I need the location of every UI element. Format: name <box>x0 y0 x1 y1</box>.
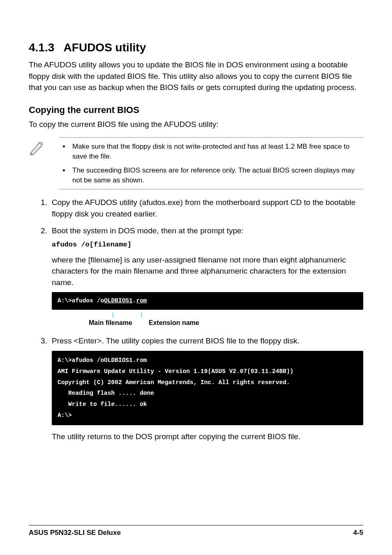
label-extension-name: Extension name <box>149 318 199 327</box>
steps-list: Copy the AFUDOS utility (afudos.exe) fro… <box>29 197 363 442</box>
section-intro: The AFUDOS utility allows you to update … <box>29 59 363 93</box>
term-mainfile: OLDBIOS1 <box>104 297 133 304</box>
note-block: Make sure that the floppy disk is not wr… <box>29 137 363 189</box>
tick-icon <box>113 312 113 317</box>
command-inline: afudos /o[filename] <box>52 240 363 250</box>
sub-heading: Copying the current BIOS <box>29 105 363 115</box>
step-text: Copy the AFUDOS utility (afudos.exe) fro… <box>52 197 363 219</box>
pencil-note-icon <box>29 137 59 157</box>
step-2: Boot the system in DOS mode, then at the… <box>49 225 363 329</box>
step-3: Press <Enter>. The utility copies the cu… <box>49 335 363 442</box>
section-title: AFUDOS utility <box>64 41 146 54</box>
terminal-output: A:\>afudos /oOLDBIOS1.rom <box>52 292 363 310</box>
section-number: 4.1.3 <box>29 41 54 54</box>
section-heading: 4.1.3 AFUDOS utility <box>29 41 363 54</box>
note-item: Make sure that the floppy disk is not wr… <box>70 142 363 161</box>
step-1: Copy the AFUDOS utility (afudos.exe) fro… <box>49 197 363 219</box>
term-ext: rom <box>136 297 147 304</box>
step-text: Press <Enter>. The utility copies the cu… <box>52 335 363 347</box>
step-desc: where the [filename] is any user-assigne… <box>52 254 363 288</box>
tick-icon <box>141 312 142 317</box>
label-main-filename: Main filename <box>89 318 132 327</box>
step-text: Boot the system in DOS mode, then at the… <box>52 225 363 237</box>
footer-left: ASUS P5N32-SLI SE Deluxe <box>29 529 121 537</box>
page-footer: ASUS P5N32-SLI SE Deluxe 4-5 <box>29 525 363 537</box>
sub-lead: To copy the current BIOS file using the … <box>29 119 363 130</box>
term-prefix: A:\>afudos /o <box>58 297 104 304</box>
filename-labels: Main filename Extension name <box>52 312 363 329</box>
terminal-output: A:\>afudos /oOLDBIOS1.rom AMI Firmware U… <box>52 351 363 425</box>
note-item: The succeeding BIOS screens are for refe… <box>70 166 363 185</box>
footer-page-number: 4-5 <box>353 529 363 537</box>
step-after-text: The utility returns to the DOS prompt af… <box>52 431 363 442</box>
note-content: Make sure that the floppy disk is not wr… <box>59 137 363 189</box>
